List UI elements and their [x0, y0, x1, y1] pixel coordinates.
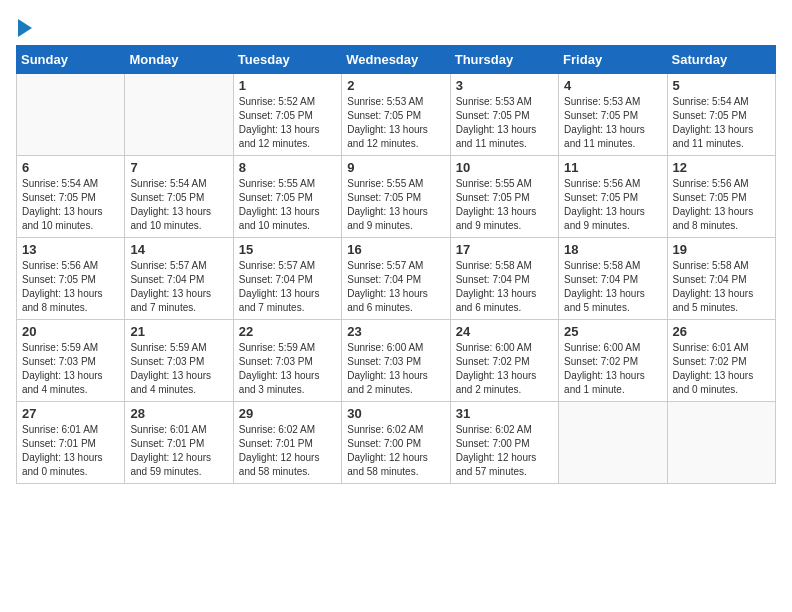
calendar-header-tuesday: Tuesday — [233, 46, 341, 74]
day-number: 14 — [130, 242, 227, 257]
day-info: Sunrise: 6:00 AM Sunset: 7:03 PM Dayligh… — [347, 341, 444, 397]
calendar-header-saturday: Saturday — [667, 46, 775, 74]
calendar-cell: 23Sunrise: 6:00 AM Sunset: 7:03 PM Dayli… — [342, 320, 450, 402]
calendar-cell: 19Sunrise: 5:58 AM Sunset: 7:04 PM Dayli… — [667, 238, 775, 320]
day-info: Sunrise: 5:59 AM Sunset: 7:03 PM Dayligh… — [239, 341, 336, 397]
calendar-cell: 8Sunrise: 5:55 AM Sunset: 7:05 PM Daylig… — [233, 156, 341, 238]
logo-icon — [18, 19, 32, 37]
calendar-header-friday: Friday — [559, 46, 667, 74]
day-info: Sunrise: 5:55 AM Sunset: 7:05 PM Dayligh… — [347, 177, 444, 233]
calendar-header-wednesday: Wednesday — [342, 46, 450, 74]
day-info: Sunrise: 6:02 AM Sunset: 7:00 PM Dayligh… — [456, 423, 553, 479]
calendar-cell: 24Sunrise: 6:00 AM Sunset: 7:02 PM Dayli… — [450, 320, 558, 402]
day-info: Sunrise: 5:53 AM Sunset: 7:05 PM Dayligh… — [347, 95, 444, 151]
day-info: Sunrise: 6:00 AM Sunset: 7:02 PM Dayligh… — [456, 341, 553, 397]
calendar-cell: 3Sunrise: 5:53 AM Sunset: 7:05 PM Daylig… — [450, 74, 558, 156]
day-number: 28 — [130, 406, 227, 421]
day-info: Sunrise: 5:59 AM Sunset: 7:03 PM Dayligh… — [22, 341, 119, 397]
day-number: 6 — [22, 160, 119, 175]
calendar-week-row: 1Sunrise: 5:52 AM Sunset: 7:05 PM Daylig… — [17, 74, 776, 156]
day-info: Sunrise: 5:54 AM Sunset: 7:05 PM Dayligh… — [22, 177, 119, 233]
day-number: 22 — [239, 324, 336, 339]
calendar-cell: 5Sunrise: 5:54 AM Sunset: 7:05 PM Daylig… — [667, 74, 775, 156]
calendar-cell: 30Sunrise: 6:02 AM Sunset: 7:00 PM Dayli… — [342, 402, 450, 484]
day-info: Sunrise: 6:01 AM Sunset: 7:01 PM Dayligh… — [130, 423, 227, 479]
calendar-cell: 10Sunrise: 5:55 AM Sunset: 7:05 PM Dayli… — [450, 156, 558, 238]
calendar-header-monday: Monday — [125, 46, 233, 74]
day-info: Sunrise: 5:57 AM Sunset: 7:04 PM Dayligh… — [130, 259, 227, 315]
day-info: Sunrise: 6:01 AM Sunset: 7:01 PM Dayligh… — [22, 423, 119, 479]
calendar-cell: 2Sunrise: 5:53 AM Sunset: 7:05 PM Daylig… — [342, 74, 450, 156]
day-number: 27 — [22, 406, 119, 421]
calendar-week-row: 20Sunrise: 5:59 AM Sunset: 7:03 PM Dayli… — [17, 320, 776, 402]
calendar-cell: 11Sunrise: 5:56 AM Sunset: 7:05 PM Dayli… — [559, 156, 667, 238]
calendar-cell — [559, 402, 667, 484]
day-number: 18 — [564, 242, 661, 257]
day-info: Sunrise: 6:01 AM Sunset: 7:02 PM Dayligh… — [673, 341, 770, 397]
page-header — [16, 16, 776, 37]
calendar-cell: 6Sunrise: 5:54 AM Sunset: 7:05 PM Daylig… — [17, 156, 125, 238]
calendar-cell: 4Sunrise: 5:53 AM Sunset: 7:05 PM Daylig… — [559, 74, 667, 156]
calendar-cell: 29Sunrise: 6:02 AM Sunset: 7:01 PM Dayli… — [233, 402, 341, 484]
calendar-header-thursday: Thursday — [450, 46, 558, 74]
day-number: 15 — [239, 242, 336, 257]
calendar-week-row: 27Sunrise: 6:01 AM Sunset: 7:01 PM Dayli… — [17, 402, 776, 484]
day-number: 13 — [22, 242, 119, 257]
day-number: 9 — [347, 160, 444, 175]
calendar-cell: 15Sunrise: 5:57 AM Sunset: 7:04 PM Dayli… — [233, 238, 341, 320]
day-number: 8 — [239, 160, 336, 175]
day-info: Sunrise: 5:59 AM Sunset: 7:03 PM Dayligh… — [130, 341, 227, 397]
day-info: Sunrise: 6:00 AM Sunset: 7:02 PM Dayligh… — [564, 341, 661, 397]
day-info: Sunrise: 5:58 AM Sunset: 7:04 PM Dayligh… — [456, 259, 553, 315]
calendar-cell: 13Sunrise: 5:56 AM Sunset: 7:05 PM Dayli… — [17, 238, 125, 320]
day-number: 3 — [456, 78, 553, 93]
calendar-cell — [667, 402, 775, 484]
calendar-cell: 1Sunrise: 5:52 AM Sunset: 7:05 PM Daylig… — [233, 74, 341, 156]
day-info: Sunrise: 5:56 AM Sunset: 7:05 PM Dayligh… — [564, 177, 661, 233]
day-number: 17 — [456, 242, 553, 257]
day-number: 1 — [239, 78, 336, 93]
day-number: 24 — [456, 324, 553, 339]
day-info: Sunrise: 5:56 AM Sunset: 7:05 PM Dayligh… — [673, 177, 770, 233]
calendar-cell: 26Sunrise: 6:01 AM Sunset: 7:02 PM Dayli… — [667, 320, 775, 402]
day-number: 29 — [239, 406, 336, 421]
day-info: Sunrise: 5:54 AM Sunset: 7:05 PM Dayligh… — [130, 177, 227, 233]
calendar-cell: 28Sunrise: 6:01 AM Sunset: 7:01 PM Dayli… — [125, 402, 233, 484]
day-info: Sunrise: 5:52 AM Sunset: 7:05 PM Dayligh… — [239, 95, 336, 151]
day-info: Sunrise: 6:02 AM Sunset: 7:00 PM Dayligh… — [347, 423, 444, 479]
day-info: Sunrise: 5:58 AM Sunset: 7:04 PM Dayligh… — [564, 259, 661, 315]
calendar-cell — [17, 74, 125, 156]
day-info: Sunrise: 5:57 AM Sunset: 7:04 PM Dayligh… — [239, 259, 336, 315]
day-number: 30 — [347, 406, 444, 421]
day-info: Sunrise: 5:53 AM Sunset: 7:05 PM Dayligh… — [564, 95, 661, 151]
calendar-cell: 21Sunrise: 5:59 AM Sunset: 7:03 PM Dayli… — [125, 320, 233, 402]
day-number: 26 — [673, 324, 770, 339]
calendar-cell: 9Sunrise: 5:55 AM Sunset: 7:05 PM Daylig… — [342, 156, 450, 238]
calendar-cell: 14Sunrise: 5:57 AM Sunset: 7:04 PM Dayli… — [125, 238, 233, 320]
calendar-cell: 18Sunrise: 5:58 AM Sunset: 7:04 PM Dayli… — [559, 238, 667, 320]
logo — [16, 16, 32, 37]
day-number: 12 — [673, 160, 770, 175]
calendar-cell: 16Sunrise: 5:57 AM Sunset: 7:04 PM Dayli… — [342, 238, 450, 320]
day-info: Sunrise: 5:54 AM Sunset: 7:05 PM Dayligh… — [673, 95, 770, 151]
calendar-cell: 31Sunrise: 6:02 AM Sunset: 7:00 PM Dayli… — [450, 402, 558, 484]
day-number: 11 — [564, 160, 661, 175]
day-number: 2 — [347, 78, 444, 93]
calendar-cell: 12Sunrise: 5:56 AM Sunset: 7:05 PM Dayli… — [667, 156, 775, 238]
calendar-header-row: SundayMondayTuesdayWednesdayThursdayFrid… — [17, 46, 776, 74]
day-number: 4 — [564, 78, 661, 93]
day-number: 20 — [22, 324, 119, 339]
day-info: Sunrise: 6:02 AM Sunset: 7:01 PM Dayligh… — [239, 423, 336, 479]
calendar-cell: 7Sunrise: 5:54 AM Sunset: 7:05 PM Daylig… — [125, 156, 233, 238]
day-number: 21 — [130, 324, 227, 339]
calendar-cell: 25Sunrise: 6:00 AM Sunset: 7:02 PM Dayli… — [559, 320, 667, 402]
day-number: 19 — [673, 242, 770, 257]
day-info: Sunrise: 5:57 AM Sunset: 7:04 PM Dayligh… — [347, 259, 444, 315]
day-number: 16 — [347, 242, 444, 257]
calendar-cell: 17Sunrise: 5:58 AM Sunset: 7:04 PM Dayli… — [450, 238, 558, 320]
calendar-cell — [125, 74, 233, 156]
day-info: Sunrise: 5:56 AM Sunset: 7:05 PM Dayligh… — [22, 259, 119, 315]
calendar-table: SundayMondayTuesdayWednesdayThursdayFrid… — [16, 45, 776, 484]
day-info: Sunrise: 5:55 AM Sunset: 7:05 PM Dayligh… — [239, 177, 336, 233]
day-number: 25 — [564, 324, 661, 339]
